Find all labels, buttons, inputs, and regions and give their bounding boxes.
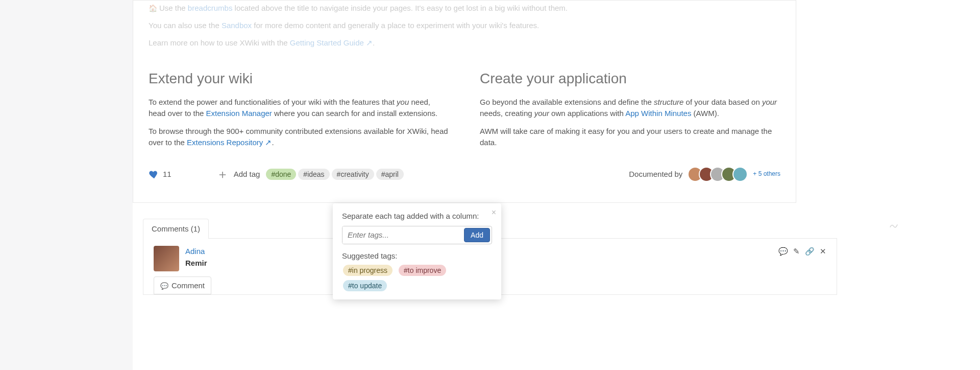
- create-section: Create your application Go beyond the av…: [480, 54, 780, 155]
- suggested-tag[interactable]: #to improve: [399, 265, 446, 276]
- footer-bar: 11 ＋ Add tag #done#ideas#creativity#apri…: [133, 155, 796, 187]
- edit-icon[interactable]: ✎: [793, 246, 800, 257]
- suggested-label: Suggested tags:: [342, 250, 492, 262]
- breadcrumbs-link[interactable]: breadcrumbs: [186, 4, 235, 12]
- delete-icon[interactable]: ✕: [820, 246, 826, 257]
- popover-close-icon[interactable]: ×: [492, 206, 496, 218]
- heart-icon: [149, 169, 160, 180]
- tag[interactable]: #creativity: [332, 169, 374, 180]
- comment-body: Remir: [185, 258, 207, 269]
- comments-tab[interactable]: Comments (1): [143, 219, 209, 239]
- others-link[interactable]: + 5 others: [753, 171, 780, 178]
- suggested-tag[interactable]: #to update: [343, 280, 387, 291]
- comment-avatar[interactable]: [154, 246, 179, 271]
- suggested-tag[interactable]: #in progress: [343, 265, 393, 276]
- breadcrumb-home-icon: [149, 4, 159, 12]
- tag[interactable]: #april: [376, 169, 404, 180]
- reply-icon[interactable]: 💬: [778, 246, 788, 257]
- avatar-stack[interactable]: [688, 167, 748, 182]
- add-button[interactable]: Add: [464, 228, 490, 242]
- create-heading: Create your application: [480, 68, 780, 89]
- avatar[interactable]: [732, 167, 748, 182]
- link-icon[interactable]: 🔗: [805, 246, 815, 257]
- add-tag-label[interactable]: Add tag: [234, 169, 260, 180]
- popover-instruction: Separate each tag added with a column:: [342, 211, 492, 222]
- sandbox-link[interactable]: Sandbox: [222, 21, 252, 30]
- extend-heading: Extend your wiki: [149, 68, 449, 89]
- comment-button[interactable]: Comment: [154, 276, 211, 295]
- comment-user-link[interactable]: Adina: [185, 247, 205, 256]
- like-count: 11: [163, 169, 172, 180]
- documented-by-label: Documented by: [629, 169, 682, 180]
- extensions-repository-link[interactable]: Extensions Repository ↗: [187, 138, 272, 147]
- speech-icon: [160, 280, 168, 291]
- scribble-icon: [889, 221, 898, 230]
- add-tag-popover: × Separate each tag added with a column:…: [333, 203, 501, 295]
- add-tag-plus-icon[interactable]: ＋: [216, 168, 229, 180]
- extension-manager-link[interactable]: Extension Manager: [206, 109, 272, 118]
- tag-input[interactable]: [342, 226, 462, 244]
- tag[interactable]: #done: [266, 169, 296, 180]
- like-button[interactable]: 11: [149, 169, 172, 180]
- tag[interactable]: #ideas: [298, 169, 329, 180]
- getting-started-link[interactable]: Getting Started Guide ↗: [290, 38, 373, 47]
- awm-link[interactable]: App Within Minutes: [625, 109, 691, 118]
- faded-intro: Use the breadcrumbs located above the ti…: [149, 3, 780, 48]
- extend-section: Extend your wiki To extend the power and…: [149, 54, 449, 155]
